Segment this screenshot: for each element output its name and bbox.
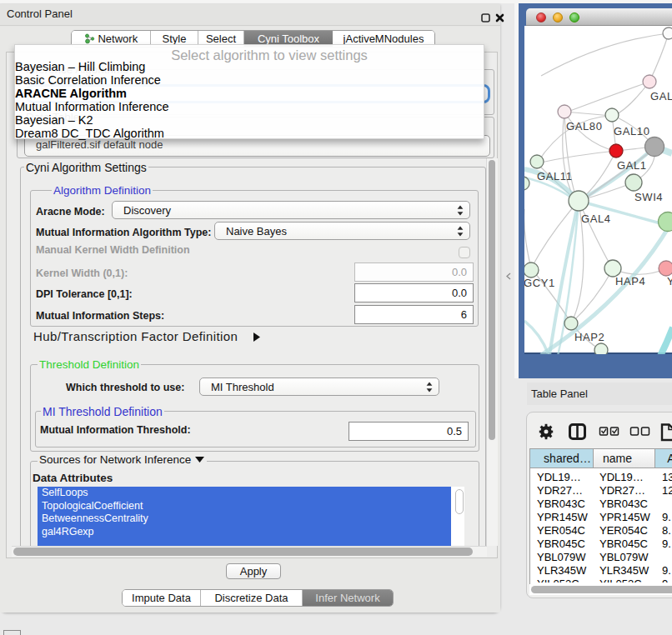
- svg-text:Y: Y: [667, 275, 672, 288]
- svg-text:HAP2: HAP2: [574, 331, 604, 343]
- svg-text:GAL: GAL: [650, 90, 672, 102]
- svg-text:GAL4: GAL4: [581, 212, 611, 225]
- svg-text:HAP4: HAP4: [615, 275, 645, 288]
- svg-text:GAL80: GAL80: [566, 120, 602, 132]
- svg-text:GAL10: GAL10: [614, 125, 649, 138]
- svg-text:GAL1: GAL1: [617, 159, 647, 172]
- svg-text:SWI4: SWI4: [634, 191, 663, 203]
- svg-text:GCY1: GCY1: [524, 277, 555, 289]
- svg-text:GAL11: GAL11: [537, 170, 573, 182]
